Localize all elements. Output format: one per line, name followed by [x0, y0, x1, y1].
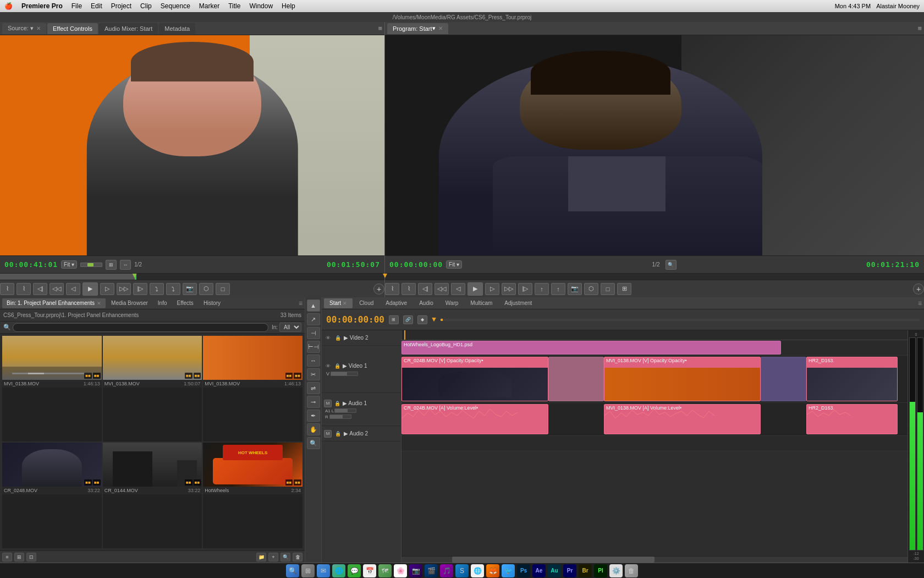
- program-zoom-btn[interactable]: 🔍: [666, 260, 676, 270]
- source-step-fwd2[interactable]: ▷▷: [117, 283, 131, 295]
- new-item-btn[interactable]: +: [268, 553, 278, 561]
- dock-maps[interactable]: 🗺: [378, 564, 392, 577]
- program-play[interactable]: ▶: [468, 282, 483, 296]
- a1-left-bar[interactable]: [334, 408, 356, 413]
- a2-mute-btn[interactable]: M: [324, 430, 332, 438]
- menu-marker[interactable]: Marker: [199, 2, 219, 10]
- icon-view-btn[interactable]: ⊞: [14, 553, 24, 561]
- source-go-to-in[interactable]: ◁|: [33, 283, 47, 295]
- list-item[interactable]: ■■ ■■ CR_0248.MOV 33:22: [2, 443, 102, 548]
- program-safe-margins[interactable]: □: [601, 283, 615, 295]
- dock-trash[interactable]: 🗑: [625, 564, 638, 577]
- menu-edit[interactable]: Edit: [91, 2, 102, 10]
- delete-btn[interactable]: 🗑: [293, 553, 302, 561]
- a1-lock-btn[interactable]: 🔒: [333, 400, 341, 407]
- clip-mvi0138-video[interactable]: MVI_0138.MOV [V] Opacity:Opacity•: [604, 357, 761, 401]
- program-step-back[interactable]: ◁◁: [435, 283, 449, 295]
- menu-project[interactable]: Project: [111, 2, 131, 10]
- v1-lock-btn[interactable]: 🔒: [333, 362, 341, 370]
- clip-mvi0138-audio[interactable]: MVI_0138.MOV [A] Volume:Level•: [604, 404, 761, 434]
- clip-cr024b-audio[interactable]: CR_024B.MOV [A] Volume:Level•: [402, 404, 548, 434]
- tool-hand[interactable]: ✋: [307, 423, 320, 435]
- source-step-rev[interactable]: ◁: [66, 283, 80, 295]
- program-step-fwd2[interactable]: ▷▷: [502, 283, 516, 295]
- program-step-fwd[interactable]: ▷: [485, 283, 499, 295]
- timeline-tab-multicam[interactable]: Multicam: [465, 298, 498, 308]
- dock-system-prefs[interactable]: ⚙️: [609, 564, 623, 577]
- source-mark-in[interactable]: ⌇: [0, 283, 14, 295]
- a1-mute-btn[interactable]: M: [324, 400, 332, 407]
- source-tab-audio-mixer[interactable]: Audio Mixer: Start: [99, 23, 158, 34]
- program-mark-out[interactable]: ⌇: [402, 283, 416, 295]
- project-tab-media-browser[interactable]: Media Browser: [107, 298, 152, 308]
- program-multicam[interactable]: ⊞: [617, 283, 631, 295]
- tool-rate[interactable]: ↔: [307, 355, 320, 367]
- source-scrubber[interactable]: [0, 273, 384, 280]
- source-panel-menu[interactable]: ≡: [378, 24, 382, 32]
- timeline-h-scrollbar[interactable]: [402, 556, 908, 563]
- source-zoom-bar[interactable]: [80, 263, 102, 267]
- program-panel-menu[interactable]: ≡: [917, 24, 922, 32]
- clip-hotwheels-logo[interactable]: HotWheels_LogoBug_HD1.psd: [402, 341, 781, 355]
- dock-launchpad[interactable]: ⊞: [301, 564, 315, 577]
- dock-safari[interactable]: 🌐: [332, 564, 345, 577]
- project-tab-effects[interactable]: Effects: [172, 298, 197, 308]
- v2-eye-btn[interactable]: 👁: [324, 334, 332, 342]
- project-tab-close[interactable]: ✕: [97, 301, 101, 306]
- program-lift[interactable]: ↑: [535, 283, 549, 295]
- clip-hr2-video[interactable]: HR2_D163.: [806, 357, 898, 401]
- source-tab-source[interactable]: Source: ▾ ✕: [2, 23, 46, 34]
- tool-slip[interactable]: ⇌: [307, 382, 320, 394]
- timeline-tab-adjustment[interactable]: Adjustment: [499, 298, 537, 308]
- dock-twitter[interactable]: 🐦: [502, 564, 515, 577]
- project-tab-bin[interactable]: Bin: 1. Project Panel Enhancements ✕: [2, 298, 106, 308]
- list-item[interactable]: ■■ ■■ MVI_0138.MOV 1:46:13: [2, 336, 102, 441]
- source-overwrite[interactable]: ⤵: [166, 283, 180, 295]
- timeline-add-marker[interactable]: ◆: [417, 315, 427, 324]
- a2-lock-btn[interactable]: 🔒: [334, 430, 342, 438]
- program-add-marker[interactable]: ⬡: [584, 283, 598, 295]
- source-insert[interactable]: ⤵: [150, 283, 164, 295]
- dock-skype[interactable]: S: [455, 564, 469, 577]
- program-scrubber[interactable]: [385, 273, 924, 280]
- a1-right-bar[interactable]: [329, 415, 351, 419]
- menu-clip[interactable]: Clip: [140, 2, 152, 10]
- source-step-fwd[interactable]: ▷: [100, 283, 114, 295]
- project-tab-info[interactable]: Info: [153, 298, 172, 308]
- freeform-view-btn[interactable]: ⊡: [26, 553, 36, 561]
- dock-messages[interactable]: 💬: [348, 564, 361, 577]
- timeline-snap-btn[interactable]: ⊞: [389, 315, 399, 324]
- v1-eye-btn[interactable]: 👁: [324, 362, 332, 370]
- clip-purple-1[interactable]: [761, 357, 806, 401]
- timeline-tab-close[interactable]: ✕: [343, 301, 347, 306]
- program-tab-close[interactable]: ✕: [438, 25, 443, 31]
- dock-firefox[interactable]: 🦊: [486, 564, 499, 577]
- clip-hr2-audio[interactable]: HR2_D163.: [806, 404, 898, 434]
- timeline-tab-adaptive[interactable]: Adaptive: [380, 298, 413, 308]
- list-view-btn[interactable]: ≡: [2, 553, 12, 561]
- apple-menu[interactable]: 🍎: [4, 2, 13, 10]
- dock-chrome[interactable]: 🌐: [471, 564, 484, 577]
- source-step-back[interactable]: ◁◁: [50, 283, 64, 295]
- dock-bridge[interactable]: Br: [579, 564, 592, 577]
- list-item[interactable]: ■■ ■■ MVI_0138.MOV 1:50:07: [103, 336, 202, 441]
- tool-razor[interactable]: ✂: [307, 368, 320, 380]
- menu-sequence[interactable]: Sequence: [161, 2, 190, 10]
- dock-premiere[interactable]: Pr: [563, 564, 576, 577]
- dock-after-effects[interactable]: Ae: [532, 564, 546, 577]
- timeline-ruler[interactable]: [402, 330, 908, 340]
- source-add-marker[interactable]: ⬡: [199, 283, 213, 295]
- v2-lock-btn[interactable]: 🔒: [334, 334, 342, 342]
- tool-slide[interactable]: ⊸: [307, 396, 320, 408]
- in-select[interactable]: All: [279, 323, 301, 332]
- program-go-to-in[interactable]: ◁|: [418, 283, 432, 295]
- tool-zoom[interactable]: 🔍: [307, 437, 320, 449]
- dock-itunes[interactable]: 🎵: [440, 564, 453, 577]
- program-extract[interactable]: ↑: [551, 283, 565, 295]
- source-tab-effect-controls[interactable]: Effect Controls: [47, 23, 98, 34]
- tool-ripple[interactable]: ⊣: [307, 327, 320, 339]
- project-panel-menu[interactable]: ≡: [299, 299, 302, 307]
- timeline-in-out-bar[interactable]: [441, 319, 920, 321]
- clip-cr024b-video[interactable]: CR_024B.MOV [V] Opacity:Opacity•: [402, 357, 548, 401]
- dock-photoshop[interactable]: Ps: [517, 564, 530, 577]
